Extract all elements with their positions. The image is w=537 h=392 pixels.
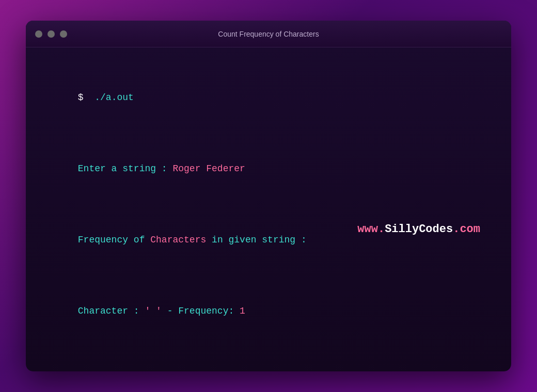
frequency-label-end: in given string : bbox=[206, 235, 306, 245]
watermark-dotcom: .com bbox=[453, 223, 480, 236]
prompt-command: ./a.out bbox=[89, 92, 133, 103]
char-label-1: Character : bbox=[78, 306, 145, 316]
terminal-window: Count Frequency of Characters $ ./a.out … bbox=[26, 21, 511, 371]
prompt-dollar: $ bbox=[78, 92, 89, 103]
char-line-2: Character : 'F' - Frequency: 1 bbox=[44, 347, 493, 371]
title-bar: Count Frequency of Characters bbox=[26, 21, 511, 47]
char-sep-1: - Frequency: bbox=[162, 306, 240, 316]
command-line: $ ./a.out bbox=[44, 62, 493, 133]
close-button[interactable] bbox=[35, 30, 42, 38]
frequency-label-start: Frequency of bbox=[78, 235, 150, 245]
char-value-1: ' ' bbox=[145, 306, 161, 316]
input-line: Enter a string : Roger Federer bbox=[44, 133, 493, 204]
maximize-button[interactable] bbox=[60, 30, 67, 38]
input-value: Roger Federer bbox=[172, 164, 245, 174]
watermark: www.SillyCodes.com bbox=[357, 223, 480, 236]
window-title: Count Frequency of Characters bbox=[218, 30, 319, 38]
input-label: Enter a string : bbox=[78, 164, 173, 174]
traffic-lights bbox=[35, 30, 67, 38]
freq-value-1: 1 bbox=[240, 306, 245, 316]
terminal-body: $ ./a.out Enter a string : Roger Federer… bbox=[26, 47, 511, 371]
minimize-button[interactable] bbox=[48, 30, 55, 38]
char-line-1: Character : ' ' - Frequency: 1 bbox=[44, 275, 493, 347]
frequency-highlight: Characters bbox=[150, 235, 206, 245]
watermark-codes: Codes bbox=[419, 223, 453, 236]
frequency-header: Frequency of Characters in given string … bbox=[44, 204, 493, 275]
watermark-silly: Silly bbox=[385, 223, 419, 236]
watermark-www: www. bbox=[357, 223, 385, 236]
